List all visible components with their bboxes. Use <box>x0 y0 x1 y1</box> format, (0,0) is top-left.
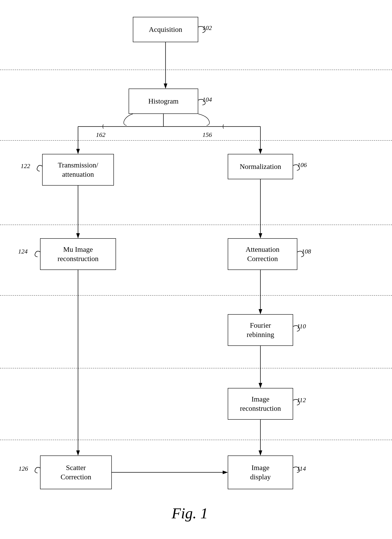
normalization-box: Normalization <box>228 154 293 179</box>
ref-126: 126 <box>19 465 28 472</box>
diagram-container: Acquisition 102 Histogram 104 162 156 Tr… <box>0 0 392 539</box>
image-reconstruction-box: Image reconstruction <box>228 388 293 420</box>
histogram-box: Histogram <box>129 89 198 114</box>
ref-122: 122 <box>21 162 30 169</box>
mu-image-box: Mu Image reconstruction <box>40 238 116 270</box>
ref-114: 114 <box>297 465 306 472</box>
ref-104: 104 <box>202 96 212 103</box>
dashed-line-6 <box>0 440 392 440</box>
fig-label: Fig. 1 <box>127 505 253 522</box>
ref-106: 106 <box>297 161 307 168</box>
acquisition-box: Acquisition <box>133 17 198 42</box>
ref-108: 108 <box>301 248 311 255</box>
transmission-box: Transmission/ attenuation <box>42 154 114 186</box>
ref-112: 112 <box>297 396 306 404</box>
dashed-line-1 <box>0 70 392 70</box>
normalization-label: Normalization <box>240 162 281 171</box>
acquisition-label: Acquisition <box>149 25 182 34</box>
image-display-label: Image display <box>250 463 271 482</box>
ref-156: 156 <box>202 131 212 138</box>
fourier-label: Fourier rebinning <box>247 321 274 339</box>
ref-110: 110 <box>297 323 306 330</box>
mu-image-label: Mu Image reconstruction <box>57 245 99 263</box>
dashed-line-2 <box>0 140 392 141</box>
ref-124: 124 <box>18 248 28 255</box>
dashed-line-3 <box>0 225 392 225</box>
dashed-line-5 <box>0 368 392 368</box>
histogram-label: Histogram <box>148 96 179 106</box>
ref-162: 162 <box>96 131 105 138</box>
image-display-box: Image display <box>228 456 293 489</box>
ref-102: 102 <box>202 24 212 31</box>
attenuation-correction-box: Attenuation Correction <box>228 238 297 270</box>
fourier-box: Fourier rebinning <box>228 314 293 346</box>
scatter-correction-box: Scatter Correction <box>40 456 112 489</box>
image-reconstruction-label: Image reconstruction <box>240 395 281 413</box>
attenuation-correction-label: Attenuation Correction <box>246 245 280 263</box>
scatter-correction-label: Scatter Correction <box>61 463 91 482</box>
dashed-line-4 <box>0 295 392 296</box>
transmission-label: Transmission/ attenuation <box>58 160 98 179</box>
